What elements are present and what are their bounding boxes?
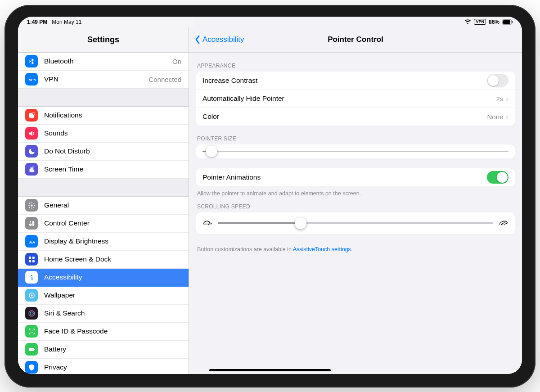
accessibility-icon [25,271,38,284]
row-pointer-animations[interactable]: Pointer Animations [196,168,515,186]
bluetooth-icon [25,55,38,68]
svg-rect-16 [29,260,31,262]
pointer-size-slider[interactable] [196,144,515,158]
sounds-icon [25,127,38,140]
assistivetouch-link[interactable]: AssistiveTouch settings [293,246,351,252]
general-icon [25,199,38,212]
row-auto-hide-pointer[interactable]: Automatically Hide Pointer 2s› [196,90,515,108]
vpn-badge: VPN [474,19,486,25]
sidebar-item-accessibility[interactable]: Accessibility [18,269,189,287]
home-indicator[interactable] [209,369,331,371]
sidebar-item-general[interactable]: General [18,197,189,215]
sidebar-item-privacy[interactable]: Privacy [18,359,189,374]
sidebar-item-homescreen[interactable]: Home Screen & Dock [18,251,189,269]
svg-point-5 [32,112,35,115]
sidebar-item-label: Siri & Search [44,309,85,317]
sidebar-item-label: Privacy [44,363,67,371]
svg-rect-15 [32,257,34,259]
increase-contrast-toggle[interactable] [487,74,508,87]
svg-rect-11 [29,223,32,226]
svg-rect-12 [32,221,34,225]
chevron-left-icon [194,35,201,44]
svg-point-25 [32,330,32,331]
row-label: Increase Contrast [202,77,257,85]
screentime-icon [25,163,38,176]
status-time: 1:49 PM [27,19,47,25]
screen: 1:49 PM Mon May 11 VPN 86% Settings Blue… [18,17,522,374]
sidebar-item-battery[interactable]: Battery [18,341,189,359]
sidebar-item-label: Notifications [44,111,82,119]
sidebar-item-value: Connected [148,76,181,83]
settings-sidebar: Settings BluetoothOnVPNVPNConnectedNotif… [18,27,189,374]
sidebar-item-dnd[interactable]: Do Not Disturb [18,143,189,161]
sidebar-item-sounds[interactable]: Sounds [18,125,189,143]
svg-point-9 [31,204,32,206]
sidebar-item-siri[interactable]: Siri & Search [18,305,189,323]
sidebar-spacer [18,179,189,197]
svg-point-21 [31,294,32,296]
group-label-scrolling-speed: SCROLLING SPEED [189,197,522,212]
sidebar-item-display[interactable]: AADisplay & Brightness [18,233,189,251]
svg-rect-7 [31,167,33,172]
sidebar-item-label: Wallpaper [44,291,75,299]
sidebar-item-label: Sounds [44,129,68,137]
sidebar-item-label: Display & Brightness [44,237,108,245]
row-color[interactable]: Color None› [196,108,515,126]
svg-point-22 [29,311,35,316]
sidebar-item-label: Screen Time [44,165,83,173]
sidebar-item-label: Control Center [44,219,90,227]
scrolling-speed-slider[interactable] [196,212,515,234]
svg-rect-8 [32,170,34,172]
slider-thumb[interactable] [295,217,306,229]
sidebar-item-wallpaper[interactable]: Wallpaper [18,287,189,305]
status-battery-pct: 86% [489,19,500,25]
svg-rect-14 [29,257,31,259]
group-label-pointer-size: POINTER SIZE [189,126,522,144]
svg-point-24 [30,330,31,331]
group-appearance: Increase Contrast Automatically Hide Poi… [196,72,515,126]
svg-rect-17 [32,260,34,262]
row-value: None [487,113,503,121]
svg-point-19 [31,275,32,276]
dnd-icon [25,145,38,158]
sidebar-item-label: Face ID & Passcode [44,327,108,335]
footer-text: Button customizations are available in [197,246,293,252]
sidebar-item-label: General [44,201,69,209]
sidebar-item-value: On [172,58,181,65]
sidebar-item-label: Bluetooth [44,57,74,65]
row-value: 2s [496,95,503,103]
vpn-icon: VPN [25,73,38,86]
siri-icon [25,307,38,320]
slider-track[interactable] [202,151,508,152]
sidebar-item-bluetooth[interactable]: BluetoothOn [18,53,189,71]
pointer-animations-toggle[interactable] [487,171,508,184]
status-bar: 1:49 PM Mon May 11 VPN 86% [18,17,522,27]
sidebar-item-label: Battery [44,345,66,353]
homescreen-icon [25,253,38,266]
status-date: Mon May 11 [52,19,81,25]
sidebar-item-label: Do Not Disturb [44,147,90,155]
faceid-icon [25,325,38,338]
row-label: Pointer Animations [202,173,261,181]
pointer-animations-caption: Allow the pointer to animate and adapt t… [189,186,522,197]
sidebar-item-label: Home Screen & Dock [44,255,111,263]
svg-rect-2 [512,21,513,23]
sidebar-item-notifications[interactable]: Notifications [18,107,189,125]
detail-header: Accessibility Pointer Control [189,27,522,53]
back-button[interactable]: Accessibility [194,35,244,44]
tortoise-icon [202,219,212,228]
sidebar-item-vpn[interactable]: VPNVPNConnected [18,71,189,89]
sidebar-item-screentime[interactable]: Screen Time [18,161,189,179]
sidebar-item-controlcenter[interactable]: Control Center [18,215,189,233]
slider-track[interactable] [218,222,493,224]
ipad-frame: 1:49 PM Mon May 11 VPN 86% Settings Blue… [4,5,536,387]
slider-thumb[interactable] [206,145,217,157]
svg-rect-26 [29,347,34,351]
sidebar-item-faceid[interactable]: Face ID & Passcode [18,323,189,341]
group-pointer-animations: Pointer Animations [196,168,515,186]
sidebar-list[interactable]: BluetoothOnVPNVPNConnectedNotificationsS… [18,53,189,374]
sidebar-spacer [18,89,189,107]
footer-caption: Button customizations are available in A… [189,234,522,253]
battery-icon [25,343,38,356]
row-increase-contrast[interactable]: Increase Contrast [196,72,515,90]
